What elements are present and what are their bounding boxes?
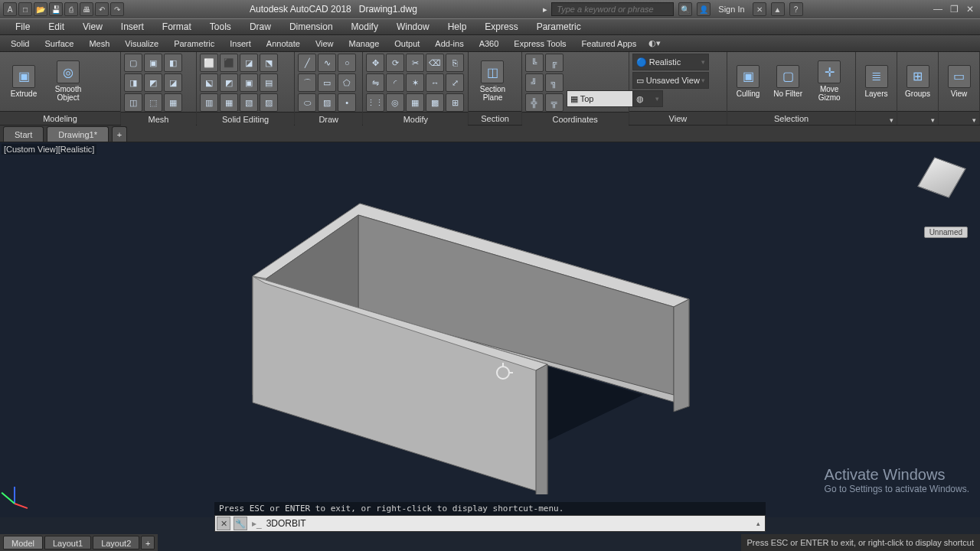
offset-icon[interactable]: ◎ <box>386 93 404 112</box>
mesh-tool-icon[interactable]: ◨ <box>124 73 142 92</box>
panel-label-draw[interactable]: Draw <box>295 112 362 126</box>
open-icon[interactable]: 📂 <box>34 2 47 16</box>
ribbon-tab-express[interactable]: Express Tools <box>506 35 573 52</box>
mesh-tool-icon[interactable]: ◪ <box>164 73 182 92</box>
culling-button[interactable]: ▣Culling <box>730 54 766 109</box>
modify-tool-icon[interactable]: ▩ <box>426 93 444 112</box>
viewport[interactable]: [Custom View][Realistic] Unnamed Activat… <box>0 142 980 517</box>
panel-label-section[interactable]: Section <box>469 111 521 125</box>
groups-button[interactable]: ⊞Groups <box>900 54 935 109</box>
panel-label-modify[interactable]: Modify <box>363 112 468 126</box>
ribbon-tab-mesh[interactable]: Mesh <box>81 35 117 52</box>
saved-view-combo[interactable]: ▭ Unsaved View▾ <box>632 72 709 89</box>
smooth-object-button[interactable]: ◎ Smooth Object <box>47 54 89 109</box>
panel-label-mesh[interactable]: Mesh <box>121 112 196 126</box>
help-icon[interactable]: ? <box>789 2 803 16</box>
command-line[interactable]: ✕ 🔧 ▸_ 3DORBIT ▴ <box>214 515 766 532</box>
tab-new-button[interactable]: + <box>112 126 127 142</box>
gizmo-button[interactable]: ✛Move Gizmo <box>810 54 848 109</box>
erase-icon[interactable]: ⌫ <box>426 54 444 72</box>
panel-label-modeling[interactable]: Modeling <box>0 111 120 125</box>
viewcube-label[interactable]: Unnamed <box>924 227 968 238</box>
menu-help[interactable]: Help <box>439 21 476 32</box>
exchange-icon[interactable]: ✕ <box>753 2 766 16</box>
ucs-tool-icon[interactable]: ╝ <box>525 73 544 92</box>
minimize-button[interactable]: — <box>933 4 942 15</box>
cmd-close-icon[interactable]: ✕ <box>217 517 230 530</box>
hatch-icon[interactable]: ▨ <box>318 93 336 112</box>
menu-file[interactable]: File <box>6 21 39 32</box>
ribbon-tab-manage[interactable]: Manage <box>341 35 387 52</box>
nofilter-button[interactable]: ▢No Filter <box>769 54 807 109</box>
ribbon-tab-addins[interactable]: Add-ins <box>427 35 471 52</box>
menu-modify[interactable]: Modify <box>342 21 387 32</box>
stretch-icon[interactable]: ↔ <box>426 73 444 92</box>
menu-edit[interactable]: Edit <box>39 21 74 32</box>
menu-insert[interactable]: Insert <box>112 21 153 32</box>
mesh-tool-icon[interactable]: ◧ <box>164 54 182 72</box>
mesh-tool-icon[interactable]: ⬚ <box>144 93 162 112</box>
panel-label-viewpanel[interactable]: ▾ <box>939 111 979 125</box>
ucs-tool-icon[interactable]: ╬ <box>525 93 544 112</box>
ribbon-tab-annotate[interactable]: Annotate <box>259 35 308 52</box>
solidedit-tool-icon[interactable]: ⬛ <box>220 54 238 72</box>
ucs-tool-icon[interactable]: ╗ <box>545 73 564 92</box>
menu-format[interactable]: Format <box>153 21 201 32</box>
ribbon-tab-output[interactable]: Output <box>387 35 427 52</box>
menu-dimension[interactable]: Dimension <box>280 21 342 32</box>
ribbon-tab-parametric[interactable]: Parametric <box>166 35 222 52</box>
solidedit-tool-icon[interactable]: ▤ <box>260 73 278 92</box>
ribbon-tab-visualize[interactable]: Visualize <box>117 35 166 52</box>
line-icon[interactable]: ╱ <box>298 54 316 72</box>
solidedit-tool-icon[interactable]: ▧ <box>240 93 258 112</box>
fillet-icon[interactable]: ◜ <box>386 73 404 92</box>
explode-icon[interactable]: ✶ <box>406 73 424 92</box>
new-icon[interactable]: □ <box>18 2 32 16</box>
plot-icon[interactable]: 🖶 <box>80 2 93 16</box>
solidedit-tool-icon[interactable]: ⬔ <box>260 54 278 72</box>
extrude-button[interactable]: ▣ Extrude <box>3 54 44 109</box>
menu-parametric[interactable]: Parametric <box>528 21 590 32</box>
arc-icon[interactable]: ⌒ <box>298 73 316 92</box>
panel-label-coords[interactable]: Coordinates <box>522 112 629 126</box>
view-tool-combo[interactable]: ◍▾ <box>632 90 663 107</box>
app-menu-icon[interactable]: A <box>3 2 17 16</box>
layers-button[interactable]: ≣Layers <box>859 54 893 109</box>
section-plane-button[interactable]: ◫ Section Plane <box>472 54 513 109</box>
ribbon-tab-view[interactable]: View <box>308 35 341 52</box>
layout-tab-layout2[interactable]: Layout2 <box>93 536 139 549</box>
polyline-icon[interactable]: ∿ <box>318 54 336 72</box>
ribbon-tab-featured[interactable]: Featured Apps <box>574 35 645 52</box>
viewcube[interactable]: Unnamed <box>919 158 965 204</box>
move-icon[interactable]: ✥ <box>366 54 384 72</box>
solidedit-tool-icon[interactable]: ▨ <box>260 93 278 112</box>
mirror-icon[interactable]: ⇋ <box>366 73 384 92</box>
layout-tab-layout1[interactable]: Layout1 <box>44 536 91 549</box>
user-icon[interactable]: 👤 <box>697 2 710 16</box>
menu-draw[interactable]: Draw <box>240 21 280 32</box>
panel-label-solidedit[interactable]: Solid Editing <box>197 112 294 126</box>
ucs-tool-icon[interactable]: ╦ <box>545 93 564 112</box>
layout-tab-model[interactable]: Model <box>3 536 43 549</box>
solidedit-tool-icon[interactable]: ▦ <box>220 93 238 112</box>
menu-express[interactable]: Express <box>475 21 527 32</box>
maximize-button[interactable]: ❐ <box>950 4 959 15</box>
tab-drawing1[interactable]: Drawing1* <box>47 126 109 142</box>
polygon-icon[interactable]: ⬠ <box>338 73 356 92</box>
rectangle-icon[interactable]: ▭ <box>318 73 336 92</box>
panel-label-view[interactable]: View <box>629 111 727 125</box>
infocenter-search[interactable]: ▸ <box>543 2 674 16</box>
ribbon-tab-solid[interactable]: Solid <box>3 35 37 52</box>
trim-icon[interactable]: ✂ <box>406 54 424 72</box>
menu-window[interactable]: Window <box>387 21 439 32</box>
rotate-icon[interactable]: ⟳ <box>386 54 404 72</box>
ellipse-icon[interactable]: ⬭ <box>298 93 316 112</box>
redo-icon[interactable]: ↷ <box>110 2 124 16</box>
search-icon[interactable]: 🔍 <box>678 2 692 16</box>
array-icon[interactable]: ⋮⋮ <box>366 93 384 112</box>
ucs-tool-icon[interactable]: ╚ <box>525 54 544 72</box>
search-toggle-icon[interactable]: ▸ <box>543 5 547 14</box>
mesh-tool-icon[interactable]: ◫ <box>124 93 142 112</box>
solidedit-tool-icon[interactable]: ◩ <box>220 73 238 92</box>
view-button[interactable]: ▭View <box>942 54 976 109</box>
